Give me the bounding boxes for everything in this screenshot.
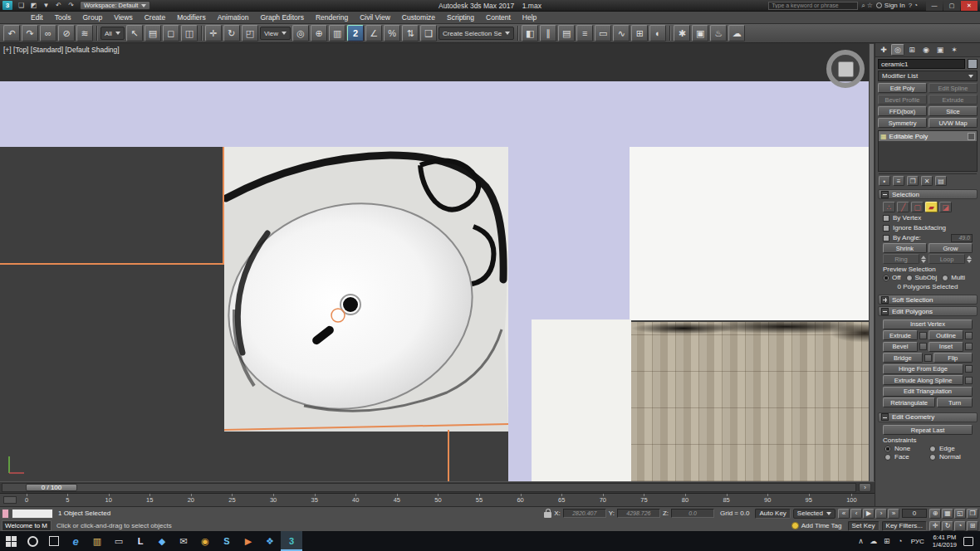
- extrude-along-spline-button[interactable]: Extrude Along Spline: [883, 375, 963, 385]
- subobject-border-icon[interactable]: ▢: [911, 202, 924, 212]
- y-coordinate-field[interactable]: 4298.726: [617, 509, 660, 518]
- edit-triangulation-button[interactable]: Edit Triangulation: [883, 387, 973, 397]
- grow-button[interactable]: Grow: [929, 243, 973, 253]
- app-logo[interactable]: 3: [2, 1, 12, 10]
- tray-icon-1[interactable]: ☁: [867, 537, 880, 545]
- taskbar-code[interactable]: ❖: [259, 531, 281, 551]
- constraint-face-radio[interactable]: [884, 454, 891, 461]
- maximize-button[interactable]: ▢: [943, 1, 960, 11]
- named-selection-sets-icon[interactable]: ❑: [420, 25, 437, 41]
- spinner-snap-icon[interactable]: ⇅: [402, 25, 419, 41]
- selection-lock-icon[interactable]: [544, 512, 551, 518]
- time-slider-track[interactable]: 0 / 100: [2, 483, 856, 492]
- inset-button[interactable]: Inset: [929, 342, 963, 352]
- redo-quick-icon[interactable]: ↷: [66, 1, 76, 10]
- extrude-along-spline-settings-button[interactable]: [965, 377, 973, 384]
- schematic-view-icon[interactable]: ⊞: [631, 25, 648, 41]
- new-scene-icon[interactable]: ❏: [16, 1, 27, 10]
- ring-spinner[interactable]: [920, 256, 927, 263]
- edit-poly-button[interactable]: Edit Poly: [878, 83, 927, 93]
- add-time-tag-button[interactable]: Add Time Tag: [801, 522, 842, 529]
- menu-item[interactable]: Create: [139, 12, 172, 23]
- soft-selection-rollout-header[interactable]: Soft Selection: [878, 295, 978, 305]
- favorites-icon[interactable]: ☆: [867, 2, 873, 9]
- undo-icon[interactable]: ↶: [3, 25, 20, 41]
- inset-settings-button[interactable]: [965, 343, 973, 350]
- make-unique-icon[interactable]: ❐: [907, 176, 919, 186]
- save-file-icon[interactable]: ▼: [41, 1, 51, 10]
- viewport-label[interactable]: [+] [Top] [Standard] [Default Shading]: [3, 46, 120, 54]
- named-selection-sets-dropdown[interactable]: Create Selection Se: [439, 27, 514, 40]
- task-view-button[interactable]: [43, 531, 65, 551]
- macro-recorder-listener[interactable]: [2, 509, 9, 519]
- scene-explorer-icon[interactable]: ▤: [558, 25, 575, 41]
- next-frame-button[interactable]: ›: [875, 509, 887, 519]
- render-production-icon[interactable]: ♨: [710, 25, 727, 41]
- tab-create[interactable]: ✚: [877, 44, 890, 56]
- taskbar-chrome[interactable]: ◉: [194, 531, 216, 551]
- menu-item[interactable]: Rendering: [310, 12, 354, 23]
- curve-editor-icon[interactable]: ∿: [613, 25, 630, 41]
- tray-icon-3[interactable]: ◔: [894, 537, 907, 545]
- search-icon[interactable]: ⌕: [861, 2, 865, 10]
- angle-snap-icon[interactable]: ∠: [365, 25, 382, 41]
- show-end-result-icon[interactable]: ≡: [893, 176, 904, 186]
- view-cube[interactable]: [826, 50, 865, 88]
- ffd-box-button[interactable]: FFD(box): [878, 106, 927, 116]
- menu-item[interactable]: Group: [77, 12, 109, 23]
- maxscript-mini-listener[interactable]: [12, 509, 53, 519]
- constraint-none-radio[interactable]: [884, 446, 891, 452]
- sign-in-button[interactable]: Sign In: [876, 2, 905, 9]
- menu-item[interactable]: Views: [108, 12, 139, 23]
- tab-display[interactable]: ▣: [933, 44, 947, 56]
- taskbar-defender[interactable]: ◆: [151, 531, 173, 551]
- auto-key-button[interactable]: Auto Key: [755, 509, 790, 519]
- uvw-map-button[interactable]: UVW Map: [929, 118, 978, 128]
- community-icon[interactable]: ◔: [914, 2, 918, 9]
- help-icon[interactable]: ?: [909, 2, 912, 9]
- time-slider-handle[interactable]: 0 / 100: [26, 484, 77, 491]
- subobject-element-icon[interactable]: ◪: [939, 202, 952, 212]
- render-setup-icon[interactable]: ✱: [674, 25, 690, 41]
- orbit-icon[interactable]: ↻: [942, 521, 953, 531]
- panel-scrollbar[interactable]: [869, 43, 875, 506]
- select-by-name-icon[interactable]: ▤: [145, 25, 161, 41]
- snaps-toggle-icon[interactable]: 2: [347, 25, 364, 41]
- tab-modify[interactable]: ◎: [891, 44, 904, 56]
- select-and-scale-icon[interactable]: ◰: [242, 25, 258, 41]
- menu-item[interactable]: Scripting: [441, 12, 480, 23]
- workspace-dropdown[interactable]: Workspace: Default: [80, 1, 150, 10]
- turn-button[interactable]: Turn: [937, 397, 973, 407]
- symmetry-button[interactable]: Symmetry: [878, 118, 927, 128]
- preview-off-radio[interactable]: [883, 275, 889, 281]
- go-to-end-button[interactable]: »: [888, 509, 899, 519]
- menu-item[interactable]: Tools: [49, 12, 77, 23]
- rectangular-selection-icon[interactable]: ◻: [163, 25, 179, 41]
- keyboard-override-icon[interactable]: ▥: [329, 25, 345, 41]
- taskbar-clock[interactable]: 6:41 PM 1/4/2019: [929, 534, 961, 549]
- maximize-viewport-icon[interactable]: ❒: [967, 509, 978, 519]
- bind-to-space-warp-icon[interactable]: ≋: [76, 25, 93, 41]
- search-input[interactable]: [768, 2, 858, 10]
- minimize-button[interactable]: —: [926, 1, 943, 11]
- window-crossing-icon[interactable]: ◫: [181, 25, 198, 41]
- slice-button[interactable]: Slice: [929, 106, 978, 116]
- key-filters-button[interactable]: Key Filters...: [882, 521, 927, 531]
- menu-item[interactable]: Edit: [25, 12, 49, 23]
- subobject-polygon-icon[interactable]: ▰: [925, 202, 938, 212]
- track-bar[interactable]: 0510152025303540455055606570758085909510…: [0, 493, 875, 506]
- language-indicator[interactable]: РУС: [907, 538, 929, 545]
- current-frame-field[interactable]: 0: [902, 509, 927, 518]
- bridge-settings-button[interactable]: [924, 354, 932, 362]
- flip-button[interactable]: Flip: [933, 353, 973, 363]
- track-bar-options-icon[interactable]: [3, 496, 17, 504]
- shrink-button[interactable]: Shrink: [883, 243, 927, 253]
- isolate-selection-icon[interactable]: ⊞: [967, 521, 978, 531]
- outline-button[interactable]: Outline: [929, 330, 963, 340]
- extrude-settings-button[interactable]: [919, 332, 927, 339]
- reference-coordinate-dropdown[interactable]: View: [260, 27, 291, 40]
- hinge-settings-button[interactable]: [965, 365, 973, 373]
- redo-icon[interactable]: ↷: [22, 25, 38, 41]
- zoom-extents-icon[interactable]: ▦: [942, 509, 953, 519]
- taskbar-explorer[interactable]: ▥: [86, 531, 108, 551]
